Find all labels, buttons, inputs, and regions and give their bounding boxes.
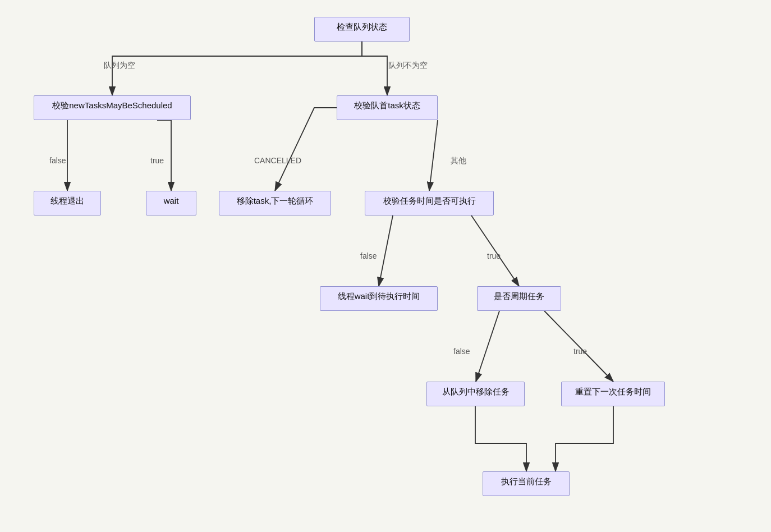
node-remove-task-next-loop: 移除task,下一轮循环 [219, 191, 331, 215]
node-validate-time: 校验任务时间是否可执行 [365, 191, 494, 215]
label-false2: false [360, 251, 377, 260]
node-wait: wait [146, 191, 196, 215]
label-true2: true [487, 251, 501, 260]
node-validate-head-task: 校验队首task状态 [337, 95, 438, 120]
node-thread-exit: 线程退出 [34, 191, 101, 215]
node-execute-task: 执行当前任务 [483, 471, 570, 496]
node-remove-from-queue: 从队列中移除任务 [426, 382, 525, 406]
node-wait-until: 线程wait到待执行时间 [320, 286, 438, 311]
node-validate-new-tasks: 校验newTasksMayBeScheduled [34, 95, 191, 120]
label-false1: false [49, 156, 66, 165]
label-other: 其他 [451, 156, 466, 166]
label-false3: false [453, 347, 470, 356]
node-check-queue: 检查队列状态 [314, 17, 410, 42]
node-reset-next-time: 重置下一次任务时间 [561, 382, 665, 406]
flowchart-container: 检查队列状态 校验newTasksMayBeScheduled 校验队首task… [0, 0, 771, 532]
node-is-periodic: 是否周期任务 [477, 286, 561, 311]
label-queue-not-empty: 队列不为空 [388, 61, 428, 71]
label-queue-empty: 队列为空 [104, 61, 135, 71]
label-cancelled: CANCELLED [254, 156, 301, 165]
label-true1: true [150, 156, 164, 165]
arrows-svg [0, 0, 771, 532]
label-true3: true [573, 347, 587, 356]
